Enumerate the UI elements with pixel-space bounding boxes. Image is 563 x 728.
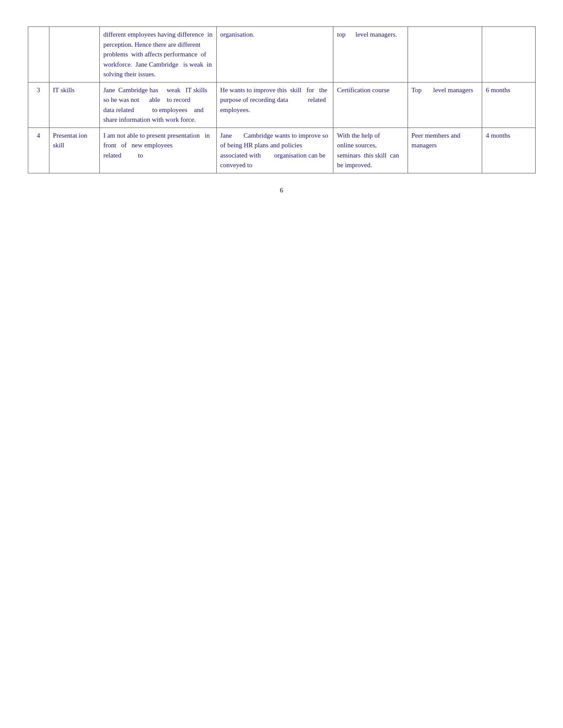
obj-text-2: He wants to improve this skill for the p…	[220, 86, 327, 113]
cell-num-2: 3	[28, 82, 49, 128]
cell-who-2: Top level managers	[408, 82, 482, 128]
type-3: Presentat ion skill	[53, 132, 87, 149]
main-table: different employees having difference in…	[28, 26, 536, 173]
cell-method-1: top level managers.	[333, 27, 408, 83]
type-2: IT skills	[53, 86, 75, 94]
num-3: 4	[37, 132, 40, 139]
cell-who-3: Peer members and managers	[408, 128, 482, 173]
page-number-text: 6	[280, 187, 283, 194]
table-row: 3 IT skills Jane Cambridge has weak IT s…	[28, 82, 535, 128]
cell-obj-1: organisation.	[216, 27, 333, 83]
cell-method-2: Certification course	[333, 82, 408, 128]
time-text-2: 6 months	[486, 86, 510, 94]
cell-num-3: 4	[28, 128, 49, 173]
method-text-1: top level managers.	[337, 31, 397, 38]
cell-num-1	[28, 27, 49, 83]
obj-text-1: organisation.	[220, 31, 255, 38]
cell-method-3: With the help of online sources, seminar…	[333, 128, 408, 173]
page: different employees having difference in…	[0, 0, 563, 728]
cell-who-1	[408, 27, 482, 83]
cell-obj-3: Jane Cambridge wants to improve so of be…	[216, 128, 333, 173]
who-text-2: Top level managers	[412, 86, 473, 94]
desc-text-2: Jane Cambridge has weak IT skills so he …	[103, 86, 208, 124]
page-number: 6	[280, 187, 283, 194]
cell-desc-2: Jane Cambridge has weak IT skills so he …	[99, 82, 216, 128]
table-row: different employees having difference in…	[28, 27, 535, 83]
cell-type-2: IT skills	[49, 82, 99, 128]
time-text-3: 4 months	[486, 132, 510, 139]
cell-obj-2: He wants to improve this skill for the p…	[216, 82, 333, 128]
num-2: 3	[37, 86, 40, 94]
table-row: 4 Presentat ion skill I am not able to p…	[28, 128, 535, 173]
cell-type-3: Presentat ion skill	[49, 128, 99, 173]
cell-type-1	[49, 27, 99, 83]
cell-time-2: 6 months	[482, 82, 535, 128]
cell-desc-1: different employees having difference in…	[99, 27, 216, 83]
method-text-2: Certification course	[337, 86, 389, 94]
cell-desc-3: I am not able to present presentation in…	[99, 128, 216, 173]
desc-text-1: different employees having difference in…	[103, 31, 212, 78]
who-text-3: Peer members and managers	[412, 132, 461, 149]
desc-text-3: I am not able to present presentation in…	[103, 132, 210, 159]
obj-text-3: Jane Cambridge wants to improve so of be…	[220, 132, 329, 169]
table-wrapper: different employees having difference in…	[28, 26, 536, 173]
cell-time-1	[482, 27, 535, 83]
cell-time-3: 4 months	[482, 128, 535, 173]
method-text-3: With the help of online sources, seminar…	[337, 132, 401, 169]
